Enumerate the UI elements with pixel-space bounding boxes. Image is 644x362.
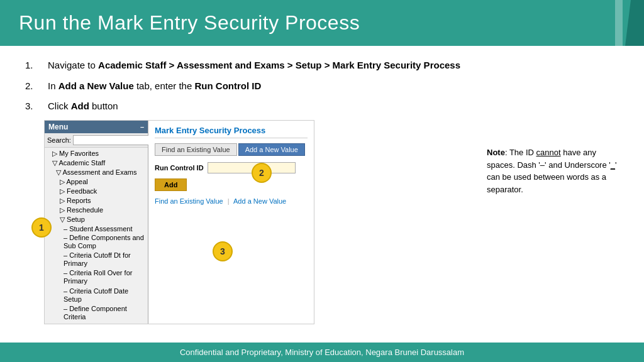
ps-ui-mockup: Menu – Search: » ▷ My Favorites ▽ Academ… <box>44 120 314 324</box>
search-label: Search: <box>47 136 71 144</box>
menu-label: Menu <box>48 123 68 131</box>
menu-item-criteria-cutoff[interactable]: – Criteria Cutoff Dt for Primary <box>45 251 148 268</box>
ps-content-title: Mark Entry Security Process <box>155 126 308 138</box>
menu-search-input[interactable] <box>73 135 157 145</box>
header-decoration <box>615 0 644 46</box>
menu-item-criteria-date-setup[interactable]: – Criteria Cutoff Date Setup <box>45 287 148 304</box>
page-footer: Confidential and Proprietary, Ministry o… <box>0 343 644 362</box>
ps-content-footer: Find an Existing Value | Add a New Value <box>155 197 308 205</box>
ps-menu-search-row: Search: » <box>45 133 148 148</box>
step-3-num: 3. <box>25 99 43 114</box>
menu-item-feedback[interactable]: ▷ Feedback <box>45 187 148 196</box>
step-1-text: Navigate to Academic Staff > Assessment … <box>48 58 474 73</box>
footer-find-existing-link[interactable]: Find an Existing Value <box>155 197 223 205</box>
menu-item-define-component-criteria[interactable]: – Define Component Criteria <box>45 304 148 322</box>
menu-close-icon[interactable]: – <box>140 123 144 131</box>
main-content: 1. Navigate to Academic Staff > Assessme… <box>0 46 644 331</box>
menu-item-reschedule[interactable]: ▷ Reschedule <box>45 206 148 215</box>
callout-1: 1 <box>31 217 52 238</box>
menu-item-academic-staff[interactable]: ▽ Academic Staff <box>45 158 148 168</box>
add-button-row: Add <box>155 178 308 191</box>
menu-item-assessment-exams[interactable]: ▽ Assessment and Exams <box>45 168 148 177</box>
step-1-num: 1. <box>25 58 43 73</box>
step-2-text: In Add a New Value tab, enter the Run Co… <box>48 79 474 94</box>
callout-2: 2 <box>252 163 272 183</box>
menu-item-define-components[interactable]: – Define Components and Sub Comp <box>45 233 148 251</box>
callout-3: 3 <box>213 241 233 261</box>
add-button[interactable]: Add <box>155 178 187 191</box>
menu-item-define-sub-component-criteria[interactable]: – Define Sub-Compon- Criteria <box>45 322 148 323</box>
footer-divider: | <box>228 197 230 205</box>
run-control-field-row: Run Control ID <box>155 162 308 173</box>
deco-bar1 <box>615 0 623 46</box>
footer-text: Confidential and Proprietary, Ministry o… <box>180 348 464 357</box>
note-paragraph: Note: The ID cannot have any spaces. Das… <box>487 146 619 195</box>
step-1: 1. Navigate to Academic Staff > Assessme… <box>25 58 474 73</box>
run-control-label: Run Control ID <box>155 164 204 172</box>
page-title: Run the Mark Entry Security Process <box>19 11 360 35</box>
footer-add-new-link[interactable]: Add a New Value <box>233 197 286 205</box>
ps-menu-header: Menu – <box>45 121 148 133</box>
step-2: 2. In Add a New Value tab, enter the Run… <box>25 79 474 94</box>
ps-tabs: Find an Existing Value Add a New Value <box>155 143 308 156</box>
note-content: : The ID cannot have any spaces. Dash '–… <box>487 148 617 194</box>
menu-item-favorites[interactable]: ▷ My Favorites <box>45 149 148 158</box>
menu-item-criteria-rollover[interactable]: – Criteria Roll Over for Primary <box>45 268 148 286</box>
step-3-text: Click Add button <box>48 99 474 114</box>
menu-item-setup[interactable]: ▽ Setup <box>45 215 148 224</box>
menu-item-student-assessment[interactable]: – Student Assessment <box>45 224 148 233</box>
menu-item-appeal[interactable]: ▷ Appeal <box>45 177 148 187</box>
screenshot-area: Menu – Search: » ▷ My Favorites ▽ Academ… <box>44 120 474 324</box>
ps-menu-items: ▷ My Favorites ▽ Academic Staff ▽ Assess… <box>45 148 148 324</box>
note-area: Note: The ID cannot have any spaces. Das… <box>487 58 619 324</box>
page-header: Run the Mark Entry Security Process <box>0 0 644 46</box>
menu-item-reports[interactable]: ▷ Reports <box>45 196 148 206</box>
tab-add-new[interactable]: Add a New Value <box>238 143 305 156</box>
deco-bar2 <box>625 0 644 46</box>
callout-2-label: 2 <box>259 168 264 178</box>
step-3: 3. Click Add button <box>25 99 474 114</box>
callout-3-label: 3 <box>220 246 225 256</box>
step-2-num: 2. <box>25 79 43 94</box>
callout-1-label: 1 <box>39 222 44 233</box>
ps-right-content: Mark Entry Security Process Find an Exis… <box>148 121 314 324</box>
note-label: Note <box>487 148 505 157</box>
ps-left-menu: Menu – Search: » ▷ My Favorites ▽ Academ… <box>45 121 148 324</box>
steps-list: 1. Navigate to Academic Staff > Assessme… <box>25 58 474 324</box>
tab-find-existing[interactable]: Find an Existing Value <box>155 143 237 156</box>
